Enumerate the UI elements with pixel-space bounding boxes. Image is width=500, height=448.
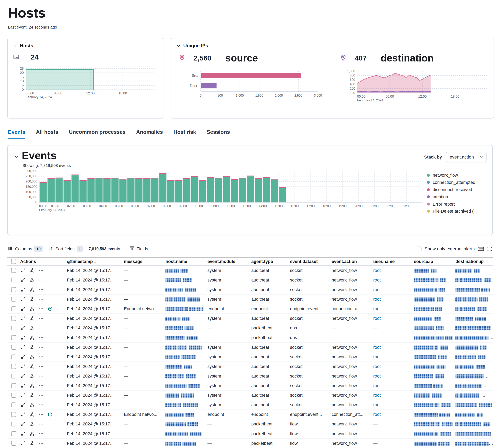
row-checkbox[interactable] — [11, 277, 16, 282]
row-checkbox[interactable] — [11, 393, 16, 398]
legend-item-creation[interactable]: creation — [427, 193, 490, 200]
expand-event-icon[interactable] — [21, 335, 26, 340]
user-name-cell[interactable]: root — [371, 412, 412, 417]
row-checkbox[interactable] — [11, 431, 16, 436]
row-checkbox[interactable] — [11, 441, 16, 446]
column-header-timestamp[interactable]: @timestamp↓ — [65, 259, 122, 264]
analyze-event-icon[interactable] — [30, 277, 34, 282]
expand-event-icon[interactable] — [21, 268, 26, 273]
legend-more-actions-icon[interactable] — [484, 202, 490, 206]
row-checkbox[interactable] — [11, 402, 16, 407]
hosts-panel-collapse-chevron-icon[interactable] — [13, 44, 17, 48]
external-alerts-checkbox[interactable] — [416, 246, 421, 251]
tab-sessions[interactable]: Sessions — [207, 129, 230, 139]
expand-event-icon[interactable] — [21, 374, 26, 379]
fullscreen-icon[interactable] — [487, 246, 492, 251]
user-name-cell[interactable]: root — [371, 402, 412, 407]
user-name-cell[interactable]: root — [371, 316, 412, 321]
user-name-cell[interactable]: root — [371, 287, 412, 292]
user-name-cell[interactable]: root — [371, 393, 412, 398]
column-header-username[interactable]: user.name — [371, 259, 412, 264]
analyze-event-icon[interactable] — [30, 297, 34, 302]
user-name-cell[interactable]: root — [371, 268, 412, 273]
row-checkbox[interactable] — [11, 268, 16, 273]
more-actions-icon[interactable] — [39, 316, 44, 321]
user-name-cell[interactable]: root — [371, 306, 412, 311]
legend-more-actions-icon[interactable] — [484, 195, 490, 199]
column-header-eventdataset[interactable]: event.dataset — [288, 259, 330, 264]
expand-event-icon[interactable] — [21, 393, 26, 398]
row-checkbox[interactable] — [11, 354, 16, 359]
row-checkbox[interactable] — [11, 364, 16, 369]
column-header-eventaction[interactable]: event.action — [330, 259, 371, 264]
row-checkbox[interactable] — [11, 316, 16, 321]
expand-event-icon[interactable] — [21, 345, 26, 350]
more-actions-icon[interactable] — [39, 383, 44, 388]
column-header-eventmodule[interactable]: event.module — [206, 259, 249, 264]
more-actions-icon[interactable] — [39, 268, 44, 273]
more-actions-icon[interactable] — [39, 441, 44, 446]
row-checkbox[interactable] — [11, 345, 16, 350]
column-header-agenttype[interactable]: agent.type — [249, 259, 288, 264]
analyze-event-icon[interactable] — [30, 374, 34, 379]
row-checkbox[interactable] — [11, 297, 16, 302]
analyze-event-icon[interactable] — [30, 287, 34, 292]
tab-anomalies[interactable]: Anomalies — [136, 129, 163, 139]
analyze-event-icon[interactable] — [30, 316, 34, 321]
more-actions-icon[interactable] — [39, 374, 44, 379]
events-collapse-chevron-icon[interactable] — [14, 154, 18, 159]
legend-more-actions-icon[interactable] — [484, 180, 490, 184]
legend-item-file-delete-archived[interactable]: File Delete archived ( — [427, 208, 490, 214]
stack-by-select[interactable]: event.action — [446, 152, 487, 162]
expand-event-icon[interactable] — [21, 364, 26, 369]
legend-item-error-report[interactable]: Error report — [427, 200, 490, 208]
more-actions-icon[interactable] — [39, 354, 44, 359]
expand-event-icon[interactable] — [21, 354, 26, 359]
more-actions-icon[interactable] — [39, 306, 44, 311]
expand-event-icon[interactable] — [21, 431, 26, 436]
row-checkbox[interactable] — [11, 412, 16, 417]
analyze-event-icon[interactable] — [30, 345, 34, 350]
more-actions-icon[interactable] — [39, 335, 44, 340]
analyze-event-icon[interactable] — [30, 431, 34, 436]
tab-host-risk[interactable]: Host risk — [173, 129, 196, 139]
expand-event-icon[interactable] — [21, 402, 26, 407]
tab-uncommon-processes[interactable]: Uncommon processes — [69, 129, 125, 139]
analyze-event-icon[interactable] — [30, 422, 34, 426]
expand-event-icon[interactable] — [21, 287, 26, 292]
expand-event-icon[interactable] — [21, 441, 26, 446]
analyze-event-icon[interactable] — [30, 306, 34, 311]
tab-all-hosts[interactable]: All hosts — [36, 129, 58, 139]
analyze-event-icon[interactable] — [30, 393, 34, 398]
more-actions-icon[interactable] — [39, 277, 44, 282]
column-header-actions[interactable]: Actions — [18, 259, 65, 264]
row-checkbox[interactable] — [11, 287, 16, 292]
expand-event-icon[interactable] — [21, 277, 26, 282]
row-checkbox[interactable] — [11, 383, 16, 388]
analyze-event-icon[interactable] — [30, 412, 34, 417]
user-name-cell[interactable]: root — [371, 383, 412, 388]
more-actions-icon[interactable] — [39, 345, 44, 350]
more-actions-icon[interactable] — [39, 422, 44, 426]
more-actions-icon[interactable] — [39, 364, 44, 369]
analyze-event-icon[interactable] — [30, 383, 34, 388]
legend-item-disconnect-received[interactable]: disconnect_received — [427, 186, 490, 193]
legend-item-network-flow[interactable]: network_flow — [427, 172, 490, 179]
column-header-destinationip[interactable]: destination.ip — [454, 259, 493, 264]
unique-ips-collapse-chevron-icon[interactable] — [177, 44, 180, 48]
session-view-icon[interactable] — [48, 412, 52, 417]
expand-event-icon[interactable] — [21, 326, 26, 330]
row-checkbox[interactable] — [11, 422, 16, 426]
legend-item-connection-attempted[interactable]: connection_attempted — [427, 179, 490, 186]
more-actions-icon[interactable] — [39, 412, 44, 417]
expand-event-icon[interactable] — [21, 412, 26, 417]
user-name-cell[interactable]: root — [371, 345, 412, 350]
tab-events[interactable]: Events — [8, 129, 25, 139]
user-name-cell[interactable]: root — [371, 277, 412, 282]
expand-event-icon[interactable] — [21, 383, 26, 388]
column-header-sourceip[interactable]: source.ip — [412, 259, 453, 264]
column-header-message[interactable]: message — [122, 259, 163, 264]
user-name-cell[interactable]: root — [371, 297, 412, 302]
select-all-checkbox[interactable] — [11, 259, 16, 264]
row-checkbox[interactable] — [11, 306, 16, 311]
